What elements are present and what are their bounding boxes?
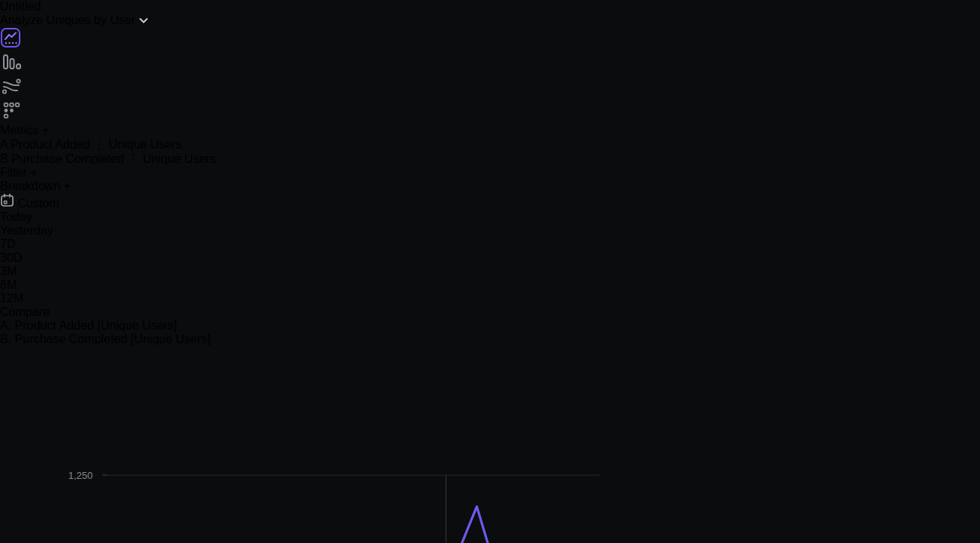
top-bar: Untitled [0, 0, 980, 14]
filter-section-header: Filter + [0, 166, 980, 179]
date-range-segmented-control: Custom Today Yesterday 7D 30D 3M 6M 12M [0, 193, 980, 305]
range-custom-button[interactable]: Custom [0, 193, 980, 210]
legend-item-a[interactable]: A. Product Added [Unique Users] [0, 319, 980, 333]
range-3m-button[interactable]: 3M [0, 265, 980, 278]
tab-retention[interactable] [0, 100, 980, 124]
chart-panel: Custom Today Yesterday 7D 30D 3M 6M 12M … [0, 193, 980, 543]
brand-gradient-strip [0, 0, 60, 543]
range-6m-button[interactable]: 6M [0, 278, 980, 292]
analytics-app: Untitled Analyze Uniques by User [0, 0, 980, 543]
analyze-by-row: Analyze Uniques by User [0, 14, 980, 27]
query-sidebar: Analyze Uniques by User [0, 14, 980, 193]
range-today-button[interactable]: Today [0, 210, 980, 224]
chart-legend: A. Product Added [Unique Users] B. Purch… [0, 319, 980, 346]
range-7d-button[interactable]: 7D [0, 238, 980, 251]
chart-type-tabs [0, 27, 980, 124]
metric-subtitle[interactable]: Unique Users [142, 152, 216, 165]
tab-bar-chart[interactable] [0, 51, 980, 75]
svg-text:1,250: 1,250 [68, 470, 93, 481]
kebab-menu-icon[interactable]: ⋮ [127, 152, 139, 165]
tab-line-chart[interactable] [0, 27, 980, 51]
analyze-by-value[interactable]: User [110, 14, 136, 26]
chart-type-tab-group [0, 51, 980, 124]
add-breakdown-button[interactable]: + [64, 179, 71, 192]
breakdown-section-header: Breakdown + [0, 179, 980, 193]
range-12m-button[interactable]: 12M [0, 292, 980, 305]
metrics-section-header: Metrics + [0, 124, 980, 137]
date-range-bar: Custom Today Yesterday 7D 30D 3M 6M 12M [0, 193, 980, 305]
range-30d-button[interactable]: 30D [0, 251, 980, 265]
metric-card-a[interactable]: A Product Added ⋮ Unique Users [0, 137, 980, 152]
tab-flows[interactable] [0, 75, 980, 100]
compare-button[interactable]: Compare [0, 305, 980, 319]
legend-item-b[interactable]: B. Purchase Completed [Unique Users] [0, 333, 980, 346]
report-title[interactable]: Untitled [0, 0, 980, 14]
chevron-down-icon[interactable] [139, 17, 149, 24]
metric-card-b[interactable]: B Purchase Completed ⋮ Unique Users [0, 152, 980, 166]
range-yesterday-button[interactable]: Yesterday [0, 224, 980, 238]
line-chart: 02505007501,0001,250May 2May 4May 6May 8… [0, 346, 599, 543]
metric-subtitle[interactable]: Unique Users [109, 138, 182, 151]
kebab-menu-icon[interactable]: ⋮ [93, 138, 106, 151]
